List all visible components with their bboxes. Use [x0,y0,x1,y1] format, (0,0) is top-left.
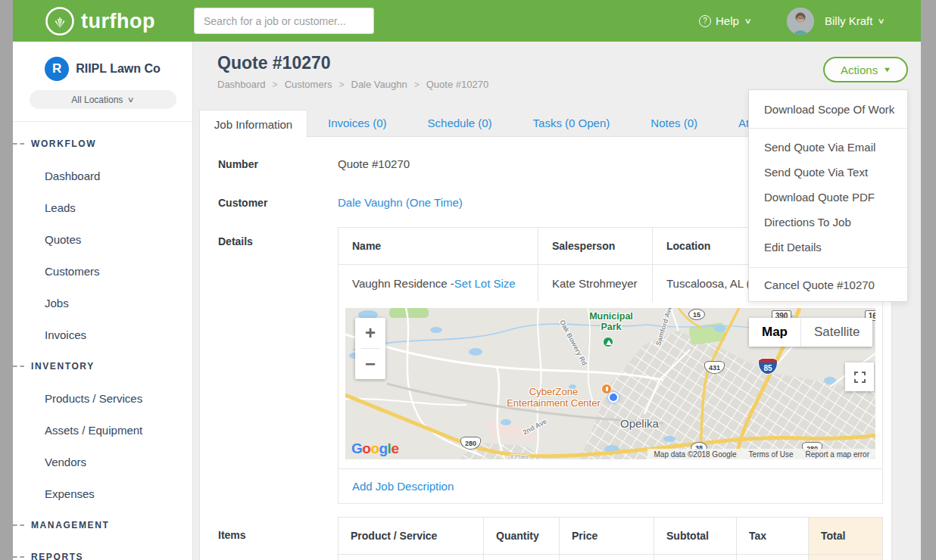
menu-item-send-email[interactable]: Send Quote Via Email [749,135,907,160]
user-name: Billy Kraft [825,14,872,27]
items-table: Product / Service Quantity Price Subtota… [338,517,883,560]
main-content: Quote #10270 Dashboard> Customers> Dale … [193,42,921,560]
items-table-header: Product / Service Quantity Price Subtota… [339,518,882,554]
global-search-input[interactable] [194,8,374,34]
sidebar-item-dashboard[interactable]: Dashboard [13,160,192,191]
breadcrumb-customers[interactable]: Customers [285,79,332,90]
nav-section-inventory: INVENTORY [13,350,192,382]
actions-button[interactable]: Actions▼ [823,57,908,82]
tab-schedule[interactable]: Schedule (0) [417,110,503,137]
park-marker-icon[interactable] [603,337,613,347]
add-job-description-link[interactable]: Add Job Description [352,480,454,493]
satellite-view-button[interactable]: Satellite [800,318,872,347]
quote-number-value: Quote #10270 [338,157,410,170]
map-label-municipal-park: Municipal Park [580,311,642,332]
menu-item-edit-details[interactable]: Edit Details [749,235,907,260]
zoom-out-button[interactable]: − [355,349,385,379]
nav-section-workflow: WORKFLOW [13,128,192,160]
items-header-price: Price [560,518,654,554]
location-filter-dropdown[interactable]: All Locations ∨ [30,90,176,109]
breadcrumb-separator: > [339,79,344,90]
sidebar-item-expenses[interactable]: Expenses [13,478,192,509]
breadcrumb: Dashboard> Customers> Dale Vaughn> Quote… [217,79,488,90]
help-menu[interactable]: ? Help ∨ [699,0,750,42]
salesperson-cell: Kate Strohmeyer [538,265,653,302]
breadcrumb-separator: > [273,79,278,90]
sidebar-item-quotes[interactable]: Quotes [13,223,192,255]
page-title: Quote #10270 [217,53,331,73]
google-logo[interactable]: Google [351,440,398,457]
user-avatar [787,8,814,35]
customer-link[interactable]: Dale Vaughn [338,196,403,209]
chevron-down-icon: ∨ [127,95,135,104]
tab-job-information[interactable]: Job Information [199,110,307,138]
zoom-in-button[interactable]: + [355,318,385,348]
menu-item-download-pdf[interactable]: Download Quote PDF [749,185,907,210]
items-header-quantity: Quantity [484,518,560,554]
menu-item-cancel-quote[interactable]: Cancel Quote #10270 [749,268,907,301]
nav-section-reports[interactable]: REPORTS [13,541,192,560]
actions-dropdown-menu: Download Scope Of Work Send Quote Via Em… [748,89,908,302]
map-label-cyberzone: CyberZone Entertainment Center [497,386,610,409]
top-navbar: turfhop ? Help ∨ Billy Kraft ∨ [13,0,921,42]
customer-label: Customer [218,197,267,209]
help-icon: ? [699,15,711,27]
terms-of-use-link[interactable]: Terms of Use [743,450,800,459]
sidebar-item-vendors[interactable]: Vendors [13,446,192,478]
menu-item-send-text[interactable]: Send Quote Via Text [749,160,907,185]
app-window: turfhop ? Help ∨ Billy Kraft ∨ R RIIPL L… [13,0,921,560]
property-name-cell: Vaughn Residence - Set Lot Size [339,265,538,302]
set-lot-size-link[interactable]: Set Lot Size [454,277,516,290]
items-header-total: Total [809,518,882,554]
company-avatar: R [45,57,69,81]
breadcrumb-dashboard[interactable]: Dashboard [217,79,266,90]
map-zoom-control: + − [355,318,385,379]
sidebar-item-customers[interactable]: Customers [13,255,192,287]
map-view-button[interactable]: Map [749,318,800,347]
menu-item-directions[interactable]: Directions To Job [749,210,907,235]
menu-item-download-scope[interactable]: Download Scope Of Work [749,90,907,128]
tab-notes[interactable]: Notes (0) [640,110,708,137]
brand-logo[interactable]: turfhop [45,6,155,36]
section-dashes [13,524,24,526]
route-shield-15: 15 [688,309,705,320]
details-header-salesperson: Salesperson [538,228,653,264]
report-map-error-link[interactable]: Report a map error [800,450,875,459]
sidebar-nav: WORKFLOW Dashboard Leads Quotes Customer… [13,122,192,560]
details-header-name: Name [339,228,538,264]
breadcrumb-customer-name[interactable]: Dale Vaughn [351,79,407,90]
items-table-row [339,554,882,560]
section-dashes [13,366,24,367]
breadcrumb-current: Quote #10270 [426,79,488,90]
fullscreen-icon [854,372,866,383]
turfhop-grass-icon [45,6,75,36]
user-menu[interactable]: Billy Kraft ∨ [787,0,885,42]
chevron-down-icon: ∨ [878,17,885,25]
job-location-map[interactable]: Municipal Park CyberZone Entertainment C… [345,308,875,459]
items-header-tax: Tax [737,518,809,554]
map-attribution: Map data ©2018 Google Terms of Use Repor… [647,449,875,459]
sidebar-item-jobs[interactable]: Jobs [13,287,192,319]
items-label: Items [218,529,246,541]
sidebar-item-leads[interactable]: Leads [13,191,192,223]
breadcrumb-separator: > [414,79,420,90]
items-header-product-service: Product / Service [339,518,484,554]
caret-down-icon: ▼ [883,66,892,73]
location-filter-label: All Locations [71,95,123,105]
tab-tasks[interactable]: Tasks (0 Open) [523,110,621,137]
sidebar-item-assets-equipment[interactable]: Assets / Equipment [13,414,192,446]
customer-type-link[interactable]: (One Time) [406,196,463,209]
sidebar-item-products-services[interactable]: Products / Services [13,382,192,414]
map-data-credit: Map data ©2018 Google [647,450,742,459]
job-description-row: Add Job Description [339,468,882,503]
fullscreen-button[interactable] [845,362,874,391]
tab-invoices[interactable]: Invoices (0) [317,110,398,137]
nav-section-management[interactable]: MANAGEMENT [13,509,192,541]
details-label: Details [218,235,253,247]
sidebar-item-invoices[interactable]: Invoices [13,319,192,350]
map-label-plant: il Plant [510,453,529,459]
sidebar: R RIIPL Lawn Co All Locations ∨ WORKFLOW… [13,42,193,560]
customer-value: Dale Vaughn (One Time) [338,196,463,209]
map-type-control: Map Satellite [749,318,872,347]
job-location-marker[interactable] [608,392,619,403]
